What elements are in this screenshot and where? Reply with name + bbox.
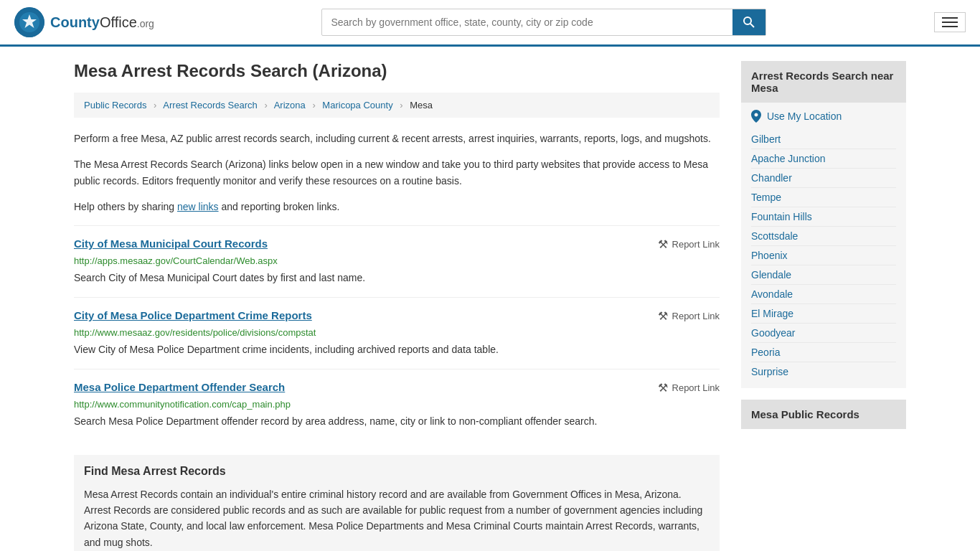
breadcrumb-public-records[interactable]: Public Records bbox=[84, 100, 146, 110]
record-desc-1: Search City of Mesa Municipal Court date… bbox=[74, 270, 720, 286]
menu-line-2 bbox=[942, 22, 958, 23]
sidebar-nearby-title: Arrest Records Search near Mesa bbox=[741, 61, 906, 103]
record-item-3: Mesa Police Department Offender Search ⚒… bbox=[74, 369, 720, 441]
report-label-2: Report Link bbox=[672, 311, 720, 321]
sidebar: Arrest Records Search near Mesa Use My L… bbox=[741, 61, 906, 551]
use-location-button[interactable]: Use My Location bbox=[751, 110, 896, 123]
svg-point-3 bbox=[744, 17, 751, 24]
sidebar-public-records-title: Mesa Public Records bbox=[741, 400, 906, 429]
find-section-desc: Mesa Arrest Records contain an individua… bbox=[84, 486, 710, 551]
report-label-1: Report Link bbox=[672, 239, 720, 250]
sidebar-link-el-mirage[interactable]: El Mirage bbox=[751, 304, 896, 324]
report-label-3: Report Link bbox=[672, 382, 720, 393]
record-header-3: Mesa Police Department Offender Search ⚒… bbox=[74, 381, 720, 395]
sidebar-nearby-section: Arrest Records Search near Mesa Use My L… bbox=[741, 61, 906, 388]
sidebar-link-chandler[interactable]: Chandler bbox=[751, 169, 896, 188]
intro-3-pre: Help others by sharing bbox=[74, 201, 177, 212]
main-container: Mesa Arrest Records Search (Arizona) Pub… bbox=[60, 47, 920, 551]
breadcrumb-sep-4: › bbox=[400, 100, 402, 110]
intro-paragraph-2: The Mesa Arrest Records Search (Arizona)… bbox=[74, 156, 720, 189]
find-section: Find Mesa Arrest Records Mesa Arrest Rec… bbox=[74, 455, 720, 551]
menu-line-3 bbox=[942, 26, 958, 27]
new-links-link[interactable]: new links bbox=[177, 201, 219, 212]
sidebar-link-phoenix[interactable]: Phoenix bbox=[751, 246, 896, 265]
sidebar-link-goodyear[interactable]: Goodyear bbox=[751, 324, 896, 343]
record-url-1[interactable]: http://apps.mesaaz.gov/CourtCalendar/Web… bbox=[74, 255, 720, 266]
breadcrumb-arizona[interactable]: Arizona bbox=[274, 100, 306, 110]
intro-3-post: and reporting broken links. bbox=[219, 201, 340, 212]
sidebar-link-apache-junction[interactable]: Apache Junction bbox=[751, 149, 896, 169]
record-title-3[interactable]: Mesa Police Department Offender Search bbox=[74, 381, 285, 393]
site-logo-icon bbox=[14, 7, 44, 37]
find-section-title: Find Mesa Arrest Records bbox=[84, 465, 710, 478]
breadcrumb-sep-2: › bbox=[264, 100, 267, 110]
intro-paragraph-1: Perform a free Mesa, AZ public arrest re… bbox=[74, 131, 720, 146]
record-header-1: City of Mesa Municipal Court Records ⚒ R… bbox=[74, 237, 720, 251]
search-button[interactable] bbox=[732, 9, 765, 35]
report-icon-1: ⚒ bbox=[658, 237, 668, 251]
sidebar-link-glendale[interactable]: Glendale bbox=[751, 265, 896, 285]
sidebar-link-surprise[interactable]: Surprise bbox=[751, 362, 896, 381]
sidebar-link-tempe[interactable]: Tempe bbox=[751, 188, 896, 207]
report-icon-2: ⚒ bbox=[658, 309, 668, 323]
record-title-1[interactable]: City of Mesa Municipal Court Records bbox=[74, 237, 268, 250]
record-url-2[interactable]: http://www.mesaaz.gov/residents/police/d… bbox=[74, 327, 720, 338]
breadcrumb-sep-3: › bbox=[312, 100, 315, 110]
search-input[interactable] bbox=[322, 11, 732, 34]
use-location-label: Use My Location bbox=[767, 110, 842, 122]
sidebar-public-records-section: Mesa Public Records bbox=[741, 400, 906, 429]
content-area: Mesa Arrest Records Search (Arizona) Pub… bbox=[74, 61, 720, 551]
menu-button[interactable] bbox=[934, 12, 966, 32]
breadcrumb-mesa: Mesa bbox=[410, 100, 433, 110]
sidebar-link-avondale[interactable]: Avondale bbox=[751, 285, 896, 304]
sidebar-link-gilbert[interactable]: Gilbert bbox=[751, 130, 896, 149]
breadcrumb-arrest-records[interactable]: Arrest Records Search bbox=[163, 100, 258, 110]
location-pin-icon bbox=[751, 110, 761, 123]
breadcrumb: Public Records › Arrest Records Search ›… bbox=[74, 93, 720, 118]
menu-line-1 bbox=[942, 17, 958, 19]
intro-paragraph-3: Help others by sharing new links and rep… bbox=[74, 199, 720, 215]
site-header: CountyOffice.org bbox=[0, 0, 980, 47]
site-logo-text: CountyOffice.org bbox=[50, 14, 154, 31]
record-item-1: City of Mesa Municipal Court Records ⚒ R… bbox=[74, 225, 720, 297]
sidebar-link-scottsdale[interactable]: Scottsdale bbox=[751, 227, 896, 246]
search-bar bbox=[321, 9, 766, 36]
search-icon bbox=[743, 16, 755, 29]
sidebar-link-fountain-hills[interactable]: Fountain Hills bbox=[751, 207, 896, 227]
page-title: Mesa Arrest Records Search (Arizona) bbox=[74, 61, 720, 81]
sidebar-link-peoria[interactable]: Peoria bbox=[751, 343, 896, 362]
svg-line-4 bbox=[750, 24, 754, 27]
report-link-2[interactable]: ⚒ Report Link bbox=[658, 309, 720, 323]
record-title-2[interactable]: City of Mesa Police Department Crime Rep… bbox=[74, 309, 312, 321]
logo-area: CountyOffice.org bbox=[14, 7, 154, 37]
record-url-3[interactable]: http://www.communitynotification.com/cap… bbox=[74, 399, 720, 410]
report-icon-3: ⚒ bbox=[658, 381, 668, 395]
sidebar-nearby-body: Use My Location Gilbert Apache Junction … bbox=[741, 103, 906, 388]
record-desc-2: View City of Mesa Police Department crim… bbox=[74, 342, 720, 357]
record-item-2: City of Mesa Police Department Crime Rep… bbox=[74, 297, 720, 369]
breadcrumb-maricopa[interactable]: Maricopa County bbox=[322, 100, 392, 110]
record-header-2: City of Mesa Police Department Crime Rep… bbox=[74, 309, 720, 323]
report-link-3[interactable]: ⚒ Report Link bbox=[658, 381, 720, 395]
record-desc-3: Search Mesa Police Department offender r… bbox=[74, 414, 720, 429]
breadcrumb-sep-1: › bbox=[154, 100, 156, 110]
report-link-1[interactable]: ⚒ Report Link bbox=[658, 237, 720, 251]
